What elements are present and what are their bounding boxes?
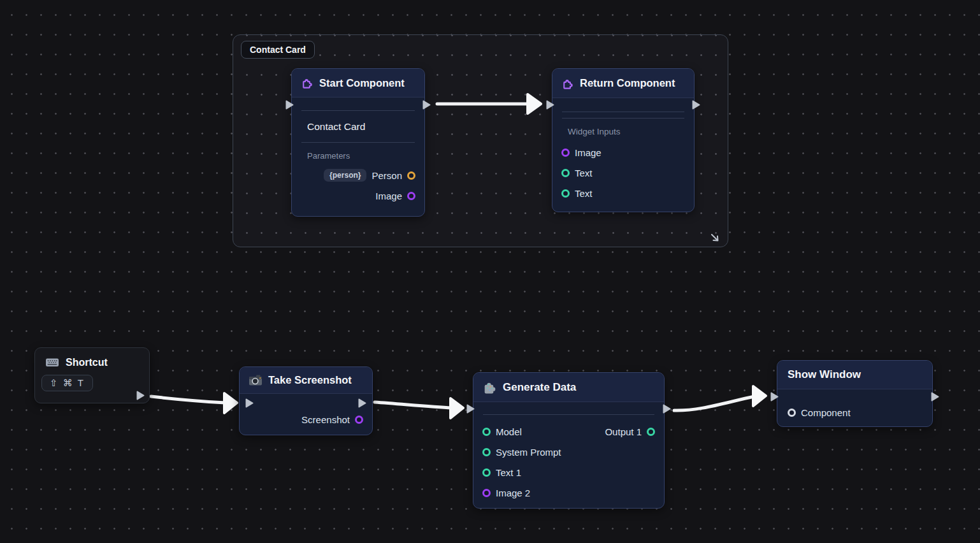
arrowhead xyxy=(450,398,463,418)
person-variable-tag[interactable]: {person} xyxy=(324,169,366,182)
puzzle-icon xyxy=(561,77,574,90)
exec-in-port[interactable] xyxy=(285,100,294,110)
system-prompt-input-port[interactable] xyxy=(482,448,491,456)
arrowhead xyxy=(224,393,237,413)
arrowhead xyxy=(528,94,541,113)
node-shortcut[interactable]: Shortcut ⇧ ⌘ T xyxy=(34,347,150,403)
exec-in-port[interactable] xyxy=(466,404,475,414)
image-input-port[interactable] xyxy=(561,148,570,157)
text-input-port[interactable] xyxy=(561,169,570,177)
exec-in-port[interactable] xyxy=(245,398,254,408)
node-title: Show Window xyxy=(788,368,861,381)
hotkey-binding[interactable]: ⇧ ⌘ T xyxy=(41,375,93,391)
screenshot-output-port[interactable] xyxy=(355,416,363,424)
connection-generate-to-window[interactable] xyxy=(674,396,754,410)
output-1-port[interactable] xyxy=(647,428,655,436)
output-row-output-1: Output 1 xyxy=(605,426,655,437)
io-row-1: Model Output 1 xyxy=(482,421,655,442)
input-row-model: Model xyxy=(482,426,522,437)
input-row-component: Component xyxy=(788,402,922,423)
person-output-port[interactable] xyxy=(407,171,415,180)
input-label: Image xyxy=(575,147,602,158)
exec-out-port[interactable] xyxy=(136,391,145,400)
component-name: Contact Card xyxy=(292,111,424,142)
output-row-screenshot: Screenshot xyxy=(249,409,363,430)
image-output-port[interactable] xyxy=(407,192,415,200)
input-row-text-2: Text xyxy=(561,183,685,203)
input-row-text-1: Text xyxy=(561,163,685,183)
exec-in-port[interactable] xyxy=(546,100,554,110)
node-title: Start Component xyxy=(319,77,405,89)
input-row-image-2: Image 2 xyxy=(482,482,655,503)
input-label: Text xyxy=(575,168,593,178)
node-take-screenshot[interactable]: Take Screenshot Screenshot xyxy=(239,366,373,435)
parameter-label: Person xyxy=(371,170,402,181)
component-input-port[interactable] xyxy=(788,409,796,417)
node-title: Return Component xyxy=(580,77,675,89)
node-editor-canvas[interactable]: Contact Card xyxy=(0,0,980,543)
input-label: Model xyxy=(496,426,522,437)
input-label: Text 1 xyxy=(496,467,521,478)
input-label: Component xyxy=(801,407,851,418)
input-row-system-prompt: System Prompt xyxy=(482,442,655,462)
text-1-input-port[interactable] xyxy=(482,468,491,477)
widget-inputs-label: Widget Inputs xyxy=(568,127,694,136)
parameter-label: Image xyxy=(375,191,402,201)
exec-out-port[interactable] xyxy=(663,404,671,414)
parameters-label: Parameters xyxy=(307,151,424,161)
input-row-image: Image xyxy=(561,142,685,163)
node-title: Generate Data xyxy=(503,381,576,394)
exec-out-port[interactable] xyxy=(358,398,366,408)
output-label: Output 1 xyxy=(605,426,642,437)
keyboard-icon xyxy=(45,358,59,368)
text-input-port[interactable] xyxy=(561,189,570,198)
input-label: Image 2 xyxy=(496,488,530,498)
camera-icon xyxy=(249,374,263,386)
divider xyxy=(562,118,684,119)
exec-out-port[interactable] xyxy=(692,100,700,110)
model-input-port[interactable] xyxy=(482,428,491,436)
image-2-input-port[interactable] xyxy=(482,489,491,497)
parameter-row-person: {person} Person xyxy=(301,165,415,185)
node-start-component[interactable]: Start Component Contact Card Parameters … xyxy=(291,68,425,217)
node-return-component[interactable]: Return Component Widget Inputs Image Tex… xyxy=(552,68,695,212)
puzzle-icon xyxy=(301,76,313,89)
divider xyxy=(301,142,415,143)
exec-in-port[interactable] xyxy=(770,392,779,402)
puzzle-sparkle-icon xyxy=(482,380,497,395)
exec-out-port[interactable] xyxy=(931,392,939,402)
input-label: System Prompt xyxy=(496,447,561,458)
exec-out-port[interactable] xyxy=(422,100,431,110)
node-title: Take Screenshot xyxy=(268,374,352,386)
output-label: Screenshot xyxy=(301,414,350,425)
connection-shortcut-to-screenshot[interactable] xyxy=(151,396,226,403)
node-generate-data[interactable]: Generate Data Model Output 1 S xyxy=(473,372,665,509)
node-show-window[interactable]: Show Window Component xyxy=(777,360,933,427)
parameter-row-image: Image xyxy=(301,185,415,206)
node-title: Shortcut xyxy=(66,357,108,368)
input-row-text-1: Text 1 xyxy=(482,462,655,482)
arrowhead xyxy=(753,386,766,406)
input-label: Text xyxy=(575,188,593,199)
connection-screenshot-to-generate[interactable] xyxy=(375,402,452,408)
